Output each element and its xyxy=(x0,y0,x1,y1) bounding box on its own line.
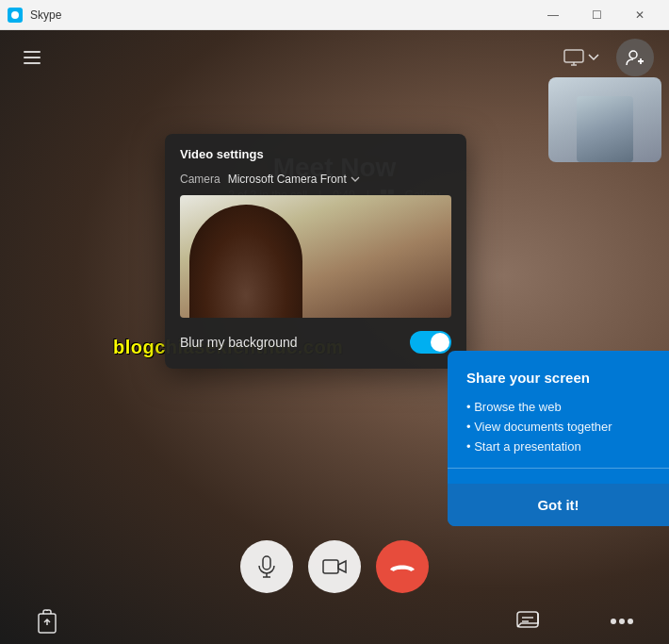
more-item[interactable]: More xyxy=(594,604,650,644)
camera-value: Microsoft Camera Front xyxy=(228,173,360,186)
camera-label: Camera xyxy=(180,173,220,186)
chat-item[interactable]: Chat xyxy=(499,604,556,644)
tooltip-body: Share your screen • Browse the web • Vie… xyxy=(448,351,669,484)
main-area: Meet Now 2 of 2 in the call | 0:40 | Gal… xyxy=(0,30,669,644)
window-controls: — ☐ ✕ xyxy=(531,0,661,30)
share-call-link-item[interactable]: Share calllink xyxy=(19,604,75,644)
hamburger-line-1 xyxy=(24,51,41,53)
app-title: Skype xyxy=(30,8,61,22)
camera-preview-person xyxy=(189,205,302,318)
menu-button[interactable] xyxy=(15,41,49,74)
blur-row: Blur my background xyxy=(165,318,466,354)
got-it-button[interactable]: Got it! xyxy=(448,484,669,526)
end-call-icon xyxy=(389,560,416,573)
bottom-menu: Share calllink Chat xyxy=(0,604,669,644)
app-icon xyxy=(8,8,23,23)
microphone-icon xyxy=(256,555,277,578)
svg-point-0 xyxy=(11,11,19,19)
svg-rect-10 xyxy=(323,560,338,573)
svg-point-15 xyxy=(611,619,616,624)
svg-rect-1 xyxy=(564,50,583,62)
bottom-controls: Share calllink Chat xyxy=(0,540,669,644)
svg-point-16 xyxy=(619,619,625,624)
blur-label: Blur my background xyxy=(180,335,298,350)
mini-video xyxy=(548,77,661,162)
svg-point-2 xyxy=(629,51,637,58)
video-button[interactable] xyxy=(308,540,361,593)
hamburger-line-3 xyxy=(24,62,41,64)
chevron-down-icon xyxy=(588,54,599,61)
camera-name: Microsoft Camera Front xyxy=(228,173,347,186)
title-bar: Skype — ☐ ✕ xyxy=(0,0,669,30)
close-button[interactable]: ✕ xyxy=(618,0,661,30)
camera-chevron-icon xyxy=(351,176,360,183)
maximize-button[interactable]: ☐ xyxy=(575,0,618,30)
share-link-icon xyxy=(30,604,64,638)
minimize-button[interactable]: — xyxy=(531,0,575,30)
blur-toggle[interactable] xyxy=(410,331,451,354)
hamburger-line-2 xyxy=(24,57,41,58)
title-bar-left: Skype xyxy=(8,8,61,23)
end-call-button[interactable] xyxy=(376,540,429,593)
camera-preview xyxy=(180,195,451,318)
camera-row: Camera Microsoft Camera Front xyxy=(165,169,466,195)
video-settings-title: Video settings xyxy=(180,147,264,161)
more-icon xyxy=(605,604,639,638)
top-right-controls xyxy=(554,39,654,76)
video-settings-header: Video settings xyxy=(165,134,466,169)
tooltip-item-1: • Browse the web xyxy=(466,397,650,417)
mute-button[interactable] xyxy=(240,540,293,593)
camera-btn-icon xyxy=(322,557,347,576)
mini-video-feed xyxy=(548,77,661,162)
tooltip-item-3: • Start a presentation xyxy=(466,437,650,456)
tooltip-divider xyxy=(448,468,669,469)
share-screen-button[interactable] xyxy=(554,43,609,72)
chat-icon xyxy=(511,604,545,638)
svg-rect-7 xyxy=(263,556,270,570)
tooltip-title: Share your screen xyxy=(466,370,650,386)
call-buttons xyxy=(240,540,429,593)
share-screen-icon xyxy=(563,49,584,66)
share-screen-tooltip: Share your screen • Browse the web • Vie… xyxy=(448,351,669,526)
add-people-button[interactable] xyxy=(616,39,654,76)
video-settings-panel: Video settings Camera Microsoft Camera F… xyxy=(165,134,466,369)
tooltip-item-2: • View documents together xyxy=(466,417,650,437)
svg-point-17 xyxy=(628,619,633,624)
add-person-icon xyxy=(625,47,645,68)
